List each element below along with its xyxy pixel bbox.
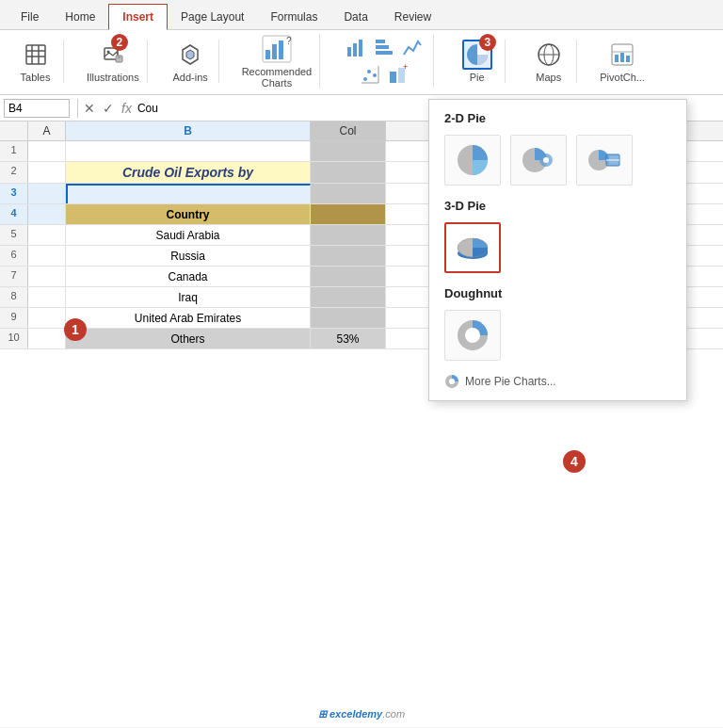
cell-4a[interactable] [28, 204, 66, 224]
row-num-10: 10 [0, 329, 28, 348]
row-num-8: 8 [0, 287, 28, 307]
svg-rect-19 [376, 40, 385, 43]
row-num-5: 5 [0, 225, 28, 245]
cell-6c[interactable] [311, 246, 386, 266]
pivot-chart-icon[interactable] [607, 40, 637, 70]
pivot-label: PivotCh... [600, 72, 645, 83]
chart-type-row-bottom: + [357, 61, 411, 88]
svg-point-23 [367, 70, 371, 73]
section-2d-pie-title: 2-D Pie [444, 111, 671, 125]
maps-icon[interactable] [534, 40, 564, 70]
svg-rect-12 [265, 50, 270, 59]
row-num-4: 4 [0, 204, 28, 224]
cell-1b[interactable] [66, 141, 311, 161]
cell-7b[interactable]: Canada [66, 267, 311, 286]
cell-1c[interactable] [311, 141, 386, 161]
svg-marker-10 [186, 50, 194, 59]
cell-5c[interactable] [311, 225, 386, 245]
formula-icons: ✕ ✓ fx [82, 101, 134, 116]
cell-3a[interactable] [28, 184, 66, 203]
cell-6b[interactable]: Russia [66, 246, 311, 266]
svg-point-49 [465, 328, 480, 343]
col-header-b[interactable]: B [66, 121, 311, 140]
cell-8a[interactable] [28, 287, 66, 307]
more-charts-btn[interactable]: + [385, 61, 411, 88]
cell-2c[interactable] [311, 162, 386, 183]
col-header-a[interactable]: A [28, 121, 66, 140]
pie-chart-dropdown: 2-D Pie [428, 99, 687, 401]
ribbon-content: Tables 2 Illustrations [0, 30, 723, 94]
cell-4b-header[interactable]: Country [66, 204, 311, 224]
chart-type-row-top [343, 35, 426, 61]
ribbon-group-pivot: PivotCh... [592, 40, 652, 83]
pie-2d-option-1[interactable] [444, 135, 501, 186]
tables-label: Tables [21, 72, 51, 83]
svg-rect-21 [376, 51, 393, 55]
pie-3d-option-1[interactable] [444, 222, 501, 273]
cell-7c[interactable] [311, 267, 386, 286]
tab-home[interactable]: Home [52, 5, 108, 29]
cell-5a[interactable] [28, 225, 66, 245]
pie-2d-icons-row [444, 135, 671, 186]
cancel-icon[interactable]: ✕ [82, 101, 97, 116]
row-num-1: 1 [0, 141, 28, 161]
tab-insert[interactable]: Insert [108, 4, 168, 30]
cell-5b[interactable]: Saudi Arabia [66, 225, 311, 245]
doughnut-option-1[interactable] [444, 310, 501, 361]
cell-4c[interactable] [311, 204, 386, 224]
row-num-6: 6 [0, 246, 28, 266]
cell-9a[interactable] [28, 308, 66, 328]
cell-reference[interactable]: B4 [4, 99, 70, 118]
section-3d-pie-title: 3-D Pie [444, 199, 671, 213]
svg-rect-17 [353, 43, 357, 57]
recommended-charts-icon[interactable]: ? [262, 34, 292, 64]
cell-3c[interactable] [311, 184, 386, 203]
ribbon-tab-bar: File Home Insert Page Layout Formulas Da… [0, 0, 723, 30]
fx-icon[interactable]: fx [120, 101, 134, 116]
pie-2d-option-3[interactable] [576, 135, 633, 186]
line-chart-btn[interactable] [399, 35, 426, 61]
tab-formulas[interactable]: Formulas [257, 5, 330, 29]
ribbon-group-recommended-charts: ? RecommendedCharts [234, 34, 321, 89]
scatter-chart-btn[interactable] [357, 61, 383, 88]
cell-3b[interactable] [66, 184, 311, 203]
maps-label: Maps [536, 72, 561, 83]
cell-10a[interactable] [28, 329, 66, 348]
pie-2d-option-2[interactable] [510, 135, 567, 186]
pie-3d-icons-row [444, 222, 671, 273]
bar-chart-btn[interactable] [371, 35, 397, 61]
tables-icon[interactable] [21, 40, 51, 70]
addins-icon[interactable] [175, 40, 205, 70]
more-pie-charts-link[interactable]: More Pie Charts... [444, 374, 671, 389]
col-header-c[interactable]: Col [311, 121, 386, 140]
cell-10c[interactable]: 53% [311, 329, 386, 348]
cell-10b[interactable]: Others [66, 329, 311, 348]
cell-2a[interactable] [28, 162, 66, 183]
cell-7a[interactable] [28, 267, 66, 286]
tab-file[interactable]: File [8, 5, 52, 29]
cell-9b[interactable]: United Arab Emirates [66, 308, 311, 328]
svg-rect-20 [376, 45, 389, 49]
tab-data[interactable]: Data [330, 5, 380, 29]
svg-rect-16 [347, 47, 351, 57]
cell-9c[interactable] [311, 308, 386, 328]
column-chart-btn[interactable] [343, 35, 369, 61]
badge-4: 4 [563, 450, 586, 473]
cell-8c[interactable] [311, 287, 386, 307]
tab-page-layout[interactable]: Page Layout [168, 5, 257, 29]
cell-8b[interactable]: Iraq [66, 287, 311, 307]
svg-rect-25 [390, 72, 396, 83]
cell-2b-title[interactable]: Crude Oil Exports by [66, 162, 311, 183]
confirm-icon[interactable]: ✓ [101, 101, 116, 116]
badge-1: 1 [64, 318, 87, 341]
ribbon-group-charts: + [335, 35, 434, 88]
cell-6a[interactable] [28, 246, 66, 266]
svg-point-40 [543, 157, 549, 163]
svg-rect-36 [626, 56, 630, 62]
svg-text:+: + [403, 64, 408, 72]
row-num-header [0, 121, 28, 140]
cell-1a[interactable] [28, 141, 66, 161]
row-num-9: 9 [0, 308, 28, 328]
ribbon-group-tables: Tables [8, 40, 64, 83]
tab-review[interactable]: Review [381, 5, 444, 29]
